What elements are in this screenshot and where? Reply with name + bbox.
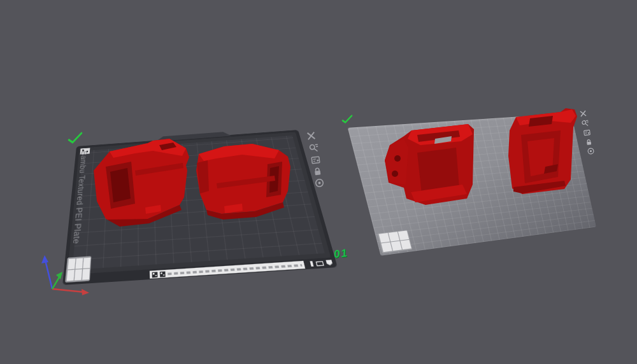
model-lid[interactable] [508,108,577,194]
axes-indicator [33,252,92,297]
plate-number-label: 01 [334,247,349,262]
model-camera-cage-3[interactable] [385,124,474,205]
models-layer [0,0,637,364]
model-camera-cage-1[interactable] [94,139,189,227]
model-camera-cage-2[interactable] [196,144,290,220]
slicer-3d-viewport: Bambu Textured PEI Plate [0,0,637,364]
